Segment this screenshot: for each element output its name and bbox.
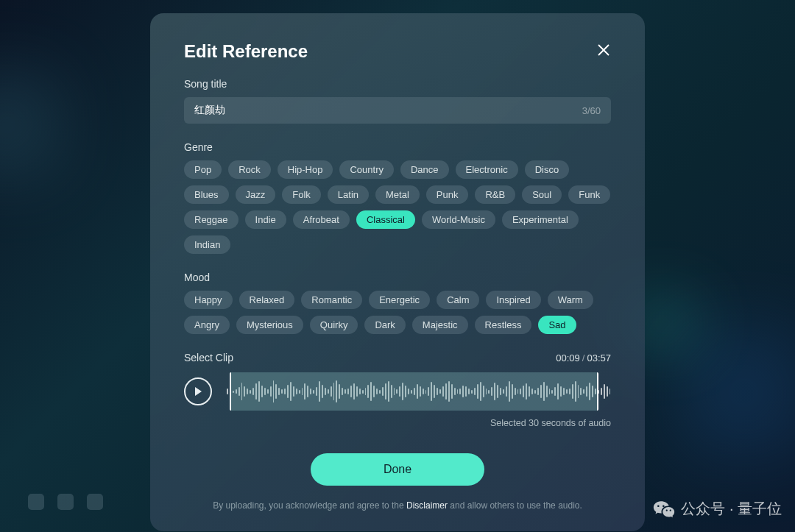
mood-label: Mood [184, 272, 611, 283]
genre-tag[interactable]: Metal [375, 185, 420, 204]
genre-tag[interactable]: Electronic [456, 160, 518, 179]
genre-tag[interactable]: World-Music [422, 210, 495, 229]
genre-tag[interactable]: Afrobeat [293, 210, 350, 229]
waveform-track[interactable] [227, 372, 611, 411]
mood-tag[interactable]: Romantic [301, 291, 362, 309]
genre-tag[interactable]: Hip-Hop [278, 160, 333, 179]
genre-tag[interactable]: Soul [522, 185, 562, 204]
song-title-input[interactable] [184, 97, 611, 124]
genre-label: Genre [184, 141, 611, 153]
disclaimer-link[interactable]: Disclaimer [406, 500, 448, 511]
disclaimer-text: By uploading, you acknowledge and agree … [184, 500, 611, 511]
mood-tag[interactable]: Mysterious [236, 316, 303, 334]
genre-tag[interactable]: Indian [184, 235, 230, 254]
genre-tag[interactable]: Folk [282, 185, 321, 204]
genre-tag[interactable]: Latin [328, 185, 369, 204]
genre-tag[interactable]: Pop [184, 160, 222, 179]
song-title-label: Song title [184, 78, 611, 90]
mood-tag[interactable]: Quirky [310, 316, 358, 334]
genre-tag[interactable]: Punk [426, 185, 469, 204]
genre-tag-row: PopRockHip-HopCountryDanceElectronicDisc… [184, 160, 611, 254]
genre-tag[interactable]: Funk [568, 185, 610, 204]
mood-tag[interactable]: Energetic [369, 291, 430, 309]
genre-tag[interactable]: Reggae [184, 210, 239, 229]
genre-tag[interactable]: Blues [184, 185, 229, 204]
genre-tag[interactable]: Jazz [236, 185, 276, 204]
play-button[interactable] [184, 377, 212, 405]
play-icon [193, 386, 203, 397]
char-count: 3/60 [582, 105, 601, 116]
clip-selected-text: Selected 30 seconds of audio [184, 418, 611, 428]
genre-tag[interactable]: Classical [356, 210, 415, 229]
genre-tag[interactable]: Country [339, 160, 394, 179]
mood-tag[interactable]: Happy [184, 291, 233, 309]
mood-tag-row: HappyRelaxedRomanticEnergeticCalmInspire… [184, 291, 611, 334]
mood-tag[interactable]: Relaxed [239, 291, 295, 309]
mood-tag[interactable]: Majestic [412, 316, 468, 334]
done-button[interactable]: Done [311, 453, 484, 486]
genre-tag[interactable]: Indie [245, 210, 286, 229]
mood-tag[interactable]: Restless [475, 316, 532, 334]
mood-tag[interactable]: Warm [548, 291, 593, 309]
genre-tag[interactable]: Rock [228, 160, 271, 179]
mood-tag[interactable]: Calm [437, 291, 479, 309]
watermark: 公众号 · 量子位 [653, 499, 782, 519]
svg-marker-2 [195, 387, 202, 396]
wechat-icon [653, 500, 675, 519]
mood-tag[interactable]: Inspired [486, 291, 540, 309]
background-toolbar [28, 494, 103, 510]
genre-tag[interactable]: R&B [475, 185, 515, 204]
genre-tag[interactable]: Experimental [502, 210, 579, 229]
genre-tag[interactable]: Dance [400, 160, 449, 179]
mood-tag[interactable]: Dark [364, 316, 405, 334]
close-icon[interactable] [596, 43, 611, 57]
modal-title: Edit Reference [184, 41, 308, 62]
edit-reference-modal: Edit Reference Song title 3/60 Genre Pop… [150, 13, 645, 531]
select-clip-label: Select Clip [184, 352, 233, 363]
clip-timecode: 00:09/03:57 [556, 352, 611, 363]
mood-tag[interactable]: Sad [538, 316, 576, 334]
mood-tag[interactable]: Angry [184, 316, 230, 334]
genre-tag[interactable]: Disco [525, 160, 570, 179]
